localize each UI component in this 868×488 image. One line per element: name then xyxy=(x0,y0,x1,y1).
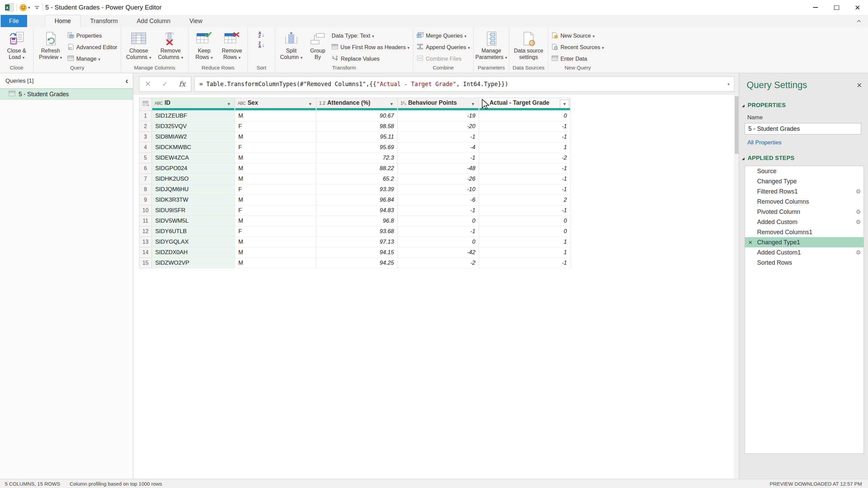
row-number[interactable]: 6 xyxy=(139,163,152,174)
cell-attendance[interactable]: 94.15 xyxy=(316,247,398,258)
cell-actual-target[interactable]: -1 xyxy=(479,163,571,174)
use-first-row-as-headers-button[interactable]: Use First Row as Headers xyxy=(332,43,410,52)
gear-icon[interactable]: ⚙ xyxy=(856,208,861,216)
remove-rows-button[interactable]: Remove Rows xyxy=(220,29,244,61)
step-changed-type1-selected[interactable]: ×Changed Type1 xyxy=(745,237,864,247)
cell-id[interactable]: SIDYGQLAX xyxy=(152,237,235,247)
cell-sex[interactable]: F xyxy=(235,142,316,153)
maximize-button[interactable] xyxy=(826,0,847,15)
cell-behaviour[interactable]: -1 xyxy=(398,205,479,216)
smiley-feedback-icon[interactable]: ▾ xyxy=(19,4,30,12)
cell-behaviour[interactable]: -48 xyxy=(398,163,479,174)
step-added-custom1[interactable]: Added Custom1⚙ xyxy=(745,247,864,258)
formula-input[interactable]: = Table.TransformColumnTypes(#"Removed C… xyxy=(194,76,734,92)
cell-sex[interactable]: F xyxy=(235,184,316,195)
formula-accept-icon[interactable]: ✓ xyxy=(162,80,168,88)
cell-attendance[interactable]: 72.3 xyxy=(316,153,398,163)
enter-data-button[interactable]: Enter Data xyxy=(552,54,604,63)
step-filtered-rows1[interactable]: Filtered Rows1⚙ xyxy=(745,186,864,197)
cell-behaviour[interactable]: 0 xyxy=(398,216,479,226)
gear-icon[interactable]: ⚙ xyxy=(856,219,861,226)
query-name-input[interactable] xyxy=(745,123,861,135)
row-number[interactable]: 11 xyxy=(139,216,152,226)
manage-button[interactable]: Manage xyxy=(67,54,117,63)
collapse-pane-icon[interactable]: ‹ xyxy=(125,78,128,84)
cell-actual-target[interactable]: -1 xyxy=(479,121,571,132)
cell-sex[interactable]: F xyxy=(235,121,316,132)
collapse-section-icon[interactable]: ◢ xyxy=(742,157,745,160)
sort-ascending-button[interactable]: AZ↓ xyxy=(258,31,264,38)
choose-columns-button[interactable]: Choose Columns xyxy=(124,29,153,61)
scrollbar-thumb[interactable] xyxy=(735,96,738,154)
row-number[interactable]: 9 xyxy=(139,195,152,205)
filter-dropdown-icon[interactable]: ▼ xyxy=(468,100,478,108)
column-header-actual-target-grade[interactable]: 1²₃Actual - Target Grade ▼ xyxy=(479,98,571,111)
gear-icon[interactable]: ⚙ xyxy=(856,188,861,195)
row-number[interactable]: 7 xyxy=(139,174,152,184)
cell-sex[interactable]: M xyxy=(235,258,316,268)
cell-behaviour[interactable]: -19 xyxy=(398,111,479,121)
cell-actual-target[interactable]: 1 xyxy=(479,247,571,258)
keep-rows-button[interactable]: Keep Rows xyxy=(192,29,216,61)
cell-sex[interactable]: M xyxy=(235,174,316,184)
row-number[interactable]: 15 xyxy=(139,258,152,268)
cell-behaviour[interactable]: -26 xyxy=(398,174,479,184)
cell-behaviour[interactable]: -2 xyxy=(398,258,479,268)
cell-id[interactable]: SIDZWO2VP xyxy=(152,258,235,268)
row-number[interactable]: 8 xyxy=(139,184,152,195)
cell-sex[interactable]: M xyxy=(235,163,316,174)
cell-attendance[interactable]: 65.2 xyxy=(316,174,398,184)
step-removed-columns1[interactable]: Removed Columns1 xyxy=(745,227,864,237)
cell-attendance[interactable]: 88.22 xyxy=(316,163,398,174)
cell-behaviour[interactable]: 0 xyxy=(398,237,479,247)
cell-id[interactable]: SIDV5WM5L xyxy=(152,216,235,226)
cell-id[interactable]: SIDHK2USO xyxy=(152,174,235,184)
filter-dropdown-icon[interactable]: ▼ xyxy=(387,100,396,108)
cell-actual-target[interactable]: -1 xyxy=(479,174,571,184)
row-number[interactable]: 1 xyxy=(139,111,152,121)
cell-sex[interactable]: M xyxy=(235,132,316,142)
cell-attendance[interactable]: 95.69 xyxy=(316,142,398,153)
cell-attendance[interactable]: 94.83 xyxy=(316,205,398,216)
step-sorted-rows[interactable]: Sorted Rows xyxy=(745,258,864,268)
row-number[interactable]: 13 xyxy=(139,237,152,247)
cell-attendance[interactable]: 94.25 xyxy=(316,258,398,268)
tab-view[interactable]: View xyxy=(180,15,212,27)
cell-behaviour[interactable]: -1 xyxy=(398,153,479,163)
cell-sex[interactable]: M xyxy=(235,111,316,121)
tab-file[interactable]: File xyxy=(1,15,27,27)
delete-step-icon[interactable]: × xyxy=(748,239,755,246)
cell-id[interactable]: SIDU9ISFR xyxy=(152,205,235,216)
cell-actual-target[interactable]: 1 xyxy=(479,237,571,247)
formula-expand-icon[interactable]: ▾ xyxy=(724,81,730,87)
cell-behaviour[interactable]: -10 xyxy=(398,184,479,195)
cell-sex[interactable]: M xyxy=(235,153,316,163)
cell-actual-target[interactable]: 0 xyxy=(479,216,571,226)
cell-actual-target[interactable]: 0 xyxy=(479,226,571,237)
close-button[interactable]: × xyxy=(847,0,868,15)
cell-id[interactable]: SIDJQM6HU xyxy=(152,184,235,195)
step-changed-type[interactable]: Changed Type xyxy=(745,176,864,186)
collapse-ribbon-icon[interactable] xyxy=(856,18,861,24)
step-source[interactable]: Source xyxy=(745,166,864,176)
tab-transform[interactable]: Transform xyxy=(81,15,127,27)
column-header-id[interactable]: ABCID ▼ xyxy=(152,98,235,111)
row-number[interactable]: 3 xyxy=(139,132,152,142)
step-pivoted-column[interactable]: Pivoted Column⚙ xyxy=(745,207,864,217)
cell-actual-target[interactable]: -1 xyxy=(479,205,571,216)
cell-attendance[interactable]: 93.39 xyxy=(316,184,398,195)
cell-actual-target[interactable]: 1 xyxy=(479,142,571,153)
gear-icon[interactable]: ⚙ xyxy=(856,249,861,256)
column-header-attendance[interactable]: 1.2Attendance (%) ▼ xyxy=(316,98,398,111)
data-type-button[interactable]: Data Type: Text xyxy=(332,31,410,40)
cell-attendance[interactable]: 96.84 xyxy=(316,195,398,205)
close-panel-icon[interactable]: × xyxy=(857,80,862,90)
cell-attendance[interactable]: 97.13 xyxy=(316,237,398,247)
cell-id[interactable]: SID8MIAW2 xyxy=(152,132,235,142)
cell-behaviour[interactable]: -1 xyxy=(398,132,479,142)
query-list-item-selected[interactable]: 5 - Student Grades xyxy=(0,89,133,100)
cell-attendance[interactable]: 96.8 xyxy=(316,216,398,226)
cell-behaviour[interactable]: -20 xyxy=(398,121,479,132)
cell-id[interactable]: SIDY6UTLB xyxy=(152,226,235,237)
collapse-section-icon[interactable]: ◢ xyxy=(742,104,745,107)
